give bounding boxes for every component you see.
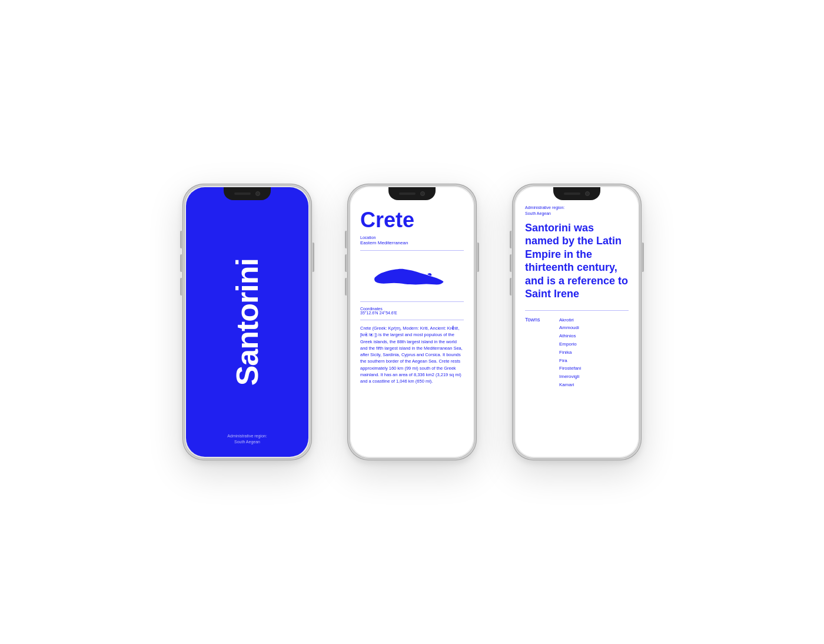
speaker-1 <box>234 192 251 195</box>
phone-1-admin-value: South Aegean <box>186 439 308 445</box>
admin-region-label-1: Administrative region: <box>525 205 629 211</box>
crete-divider-bottom <box>360 320 464 320</box>
crete-location-value: Eastern Mediterranean <box>360 240 464 245</box>
town-item: Kamari <box>559 381 581 389</box>
crete-map <box>360 255 464 297</box>
santorini-info-description: Santorini was named by the Latin Empire … <box>525 221 629 301</box>
town-item: Finika <box>559 349 581 357</box>
crete-location-label: Location <box>360 235 464 240</box>
admin-region-label-2: South Aegean <box>525 211 629 217</box>
phone-1-screen: Santorini Administrative region: South A… <box>186 187 308 457</box>
towns-label: Towns <box>525 317 554 389</box>
town-item: Firostefani <box>559 365 581 373</box>
crete-description: Crete (Greek: Κρήτη, Modern: Kriti, Anci… <box>360 325 464 384</box>
camera-3 <box>585 191 590 196</box>
phone-1: Santorini Administrative region: South A… <box>182 184 312 460</box>
speaker-2 <box>399 192 416 195</box>
crete-divider-mid <box>360 301 464 302</box>
crete-divider-top <box>360 250 464 251</box>
town-item: Fira <box>559 357 581 365</box>
town-item: Akrotiri <box>559 317 581 324</box>
notch-3 <box>553 187 600 200</box>
phone-3-divider <box>525 310 629 311</box>
notch-2 <box>388 187 436 200</box>
santorini-title: Santorini <box>232 258 263 386</box>
camera-1 <box>255 191 260 196</box>
phones-container: Santorini Administrative region: South A… <box>159 137 665 507</box>
crete-island-svg <box>371 261 453 291</box>
camera-2 <box>420 191 425 196</box>
town-item: Athinios <box>559 333 581 340</box>
town-item: Ammoudi <box>559 324 581 332</box>
notch-1 <box>224 187 271 200</box>
crete-coords-label: Coordinates <box>360 307 464 311</box>
crete-title: Crete <box>360 210 464 231</box>
phone-3: Administrative region: South Aegean Sant… <box>512 184 642 460</box>
town-item: Imerovigli <box>559 373 581 381</box>
phone-2-screen: Crete Location Eastern Mediterranean Coo… <box>351 187 473 457</box>
phone-1-footer: Administrative region: South Aegean <box>186 433 308 445</box>
speaker-3 <box>564 192 580 195</box>
towns-list: AkrotiriAmmoudiAthiniosEmporioFinikaFira… <box>559 317 581 389</box>
town-item: Emporio <box>559 341 581 348</box>
phone-3-screen: Administrative region: South Aegean Sant… <box>516 187 638 457</box>
phone-2: Crete Location Eastern Mediterranean Coo… <box>347 184 477 460</box>
phone-1-admin-label: Administrative region: <box>186 433 308 439</box>
crete-coords-value: 35°12.6'N 24°54.6'E <box>360 311 464 315</box>
towns-section: Towns AkrotiriAmmoudiAthiniosEmporioFini… <box>525 317 629 389</box>
